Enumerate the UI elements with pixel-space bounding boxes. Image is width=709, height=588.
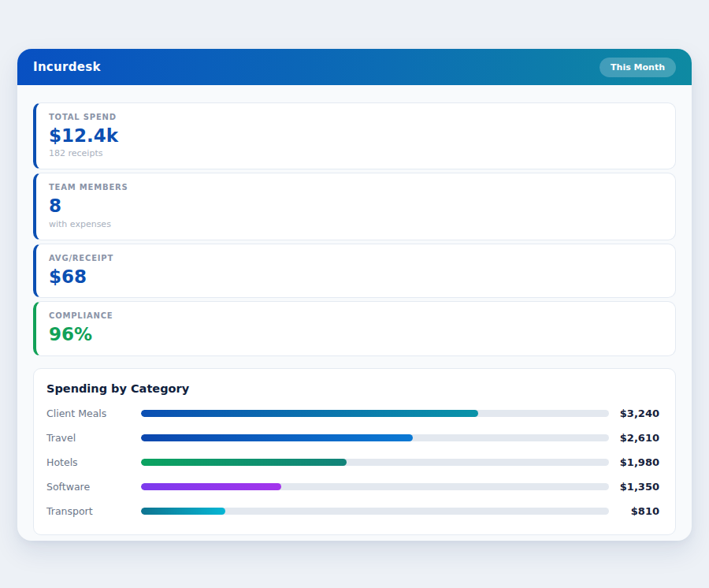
chart-title: Spending by Category [46, 382, 659, 395]
panel-body: TOTAL SPEND$12.4k182 receiptsTEAM MEMBER… [17, 85, 692, 541]
stat-card: COMPLIANCE96% [33, 301, 676, 355]
stat-label: AVG/RECEIPT [49, 254, 663, 262]
chart-row: Travel$2,610 [46, 432, 659, 444]
bar-fill [141, 434, 413, 441]
category-value: $3,240 [609, 408, 659, 419]
spending-chart-card: Spending by Category Client Meals$3,240T… [33, 368, 676, 535]
bar-track [141, 434, 609, 441]
dashboard-panel: Incurdesk This Month TOTAL SPEND$12.4k18… [17, 49, 692, 541]
stat-subtext: with expenses [49, 219, 663, 229]
chart-row: Hotels$1,980 [46, 456, 659, 468]
stat-cards: TOTAL SPEND$12.4k182 receiptsTEAM MEMBER… [33, 102, 676, 356]
bar-track [141, 483, 609, 490]
category-label: Travel [46, 432, 141, 444]
stat-card: AVG/RECEIPT$68 [33, 244, 676, 298]
stat-value: $12.4k [49, 125, 663, 146]
stat-label: TOTAL SPEND [49, 113, 663, 121]
stat-label: TEAM MEMBERS [49, 183, 663, 192]
stat-value: 8 [49, 195, 663, 216]
category-label: Transport [46, 505, 141, 517]
category-value: $1,350 [609, 481, 659, 493]
category-value: $2,610 [609, 432, 659, 444]
stat-value: 96% [49, 324, 663, 344]
stat-card: TOTAL SPEND$12.4k182 receipts [33, 102, 676, 169]
app-title: Incurdesk [33, 60, 101, 74]
category-value: $1,980 [609, 456, 659, 468]
stat-value: $68 [49, 266, 663, 287]
bar-fill [141, 483, 281, 490]
app-header: Incurdesk This Month [17, 49, 692, 85]
stat-card: TEAM MEMBERS8with expenses [33, 173, 676, 240]
chart-row: Transport$810 [46, 505, 659, 517]
bar-fill [141, 459, 347, 466]
chart-row: Software$1,350 [46, 481, 659, 493]
chart-rows: Client Meals$3,240Travel$2,610Hotels$1,9… [46, 408, 659, 517]
category-value: $810 [609, 505, 659, 517]
bar-fill [141, 410, 478, 417]
bar-track [141, 410, 609, 417]
chart-row: Client Meals$3,240 [46, 408, 659, 419]
bar-track [141, 508, 609, 515]
category-label: Client Meals [46, 408, 141, 419]
stat-label: COMPLIANCE [49, 311, 663, 320]
category-label: Hotels [46, 456, 141, 468]
bar-track [141, 459, 609, 466]
stat-subtext: 182 receipts [49, 148, 663, 158]
bar-fill [141, 508, 225, 515]
category-label: Software [46, 481, 141, 493]
period-badge[interactable]: This Month [599, 58, 676, 77]
